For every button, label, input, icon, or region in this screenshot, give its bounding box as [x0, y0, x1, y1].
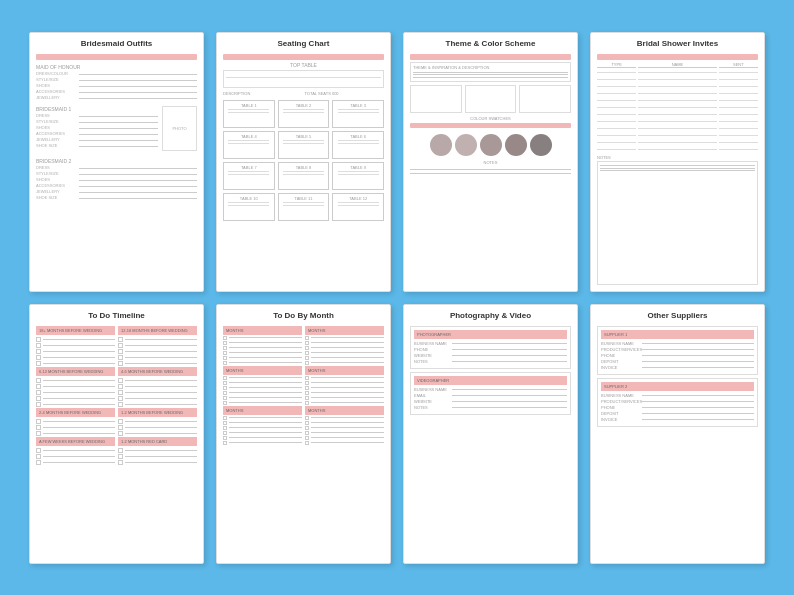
supplier-1-header: SUPPLIER 1	[601, 330, 754, 339]
check-row	[118, 431, 197, 436]
timeline-section-6: 1-2 MONTHS BEFORE WEDDING	[118, 408, 197, 417]
check-row	[118, 402, 197, 407]
check-row	[118, 384, 197, 389]
check-row	[36, 454, 115, 459]
month-header-6: MONTHS	[305, 406, 384, 415]
photo-website-row: WEBSITE	[414, 353, 567, 358]
check-row	[36, 431, 115, 436]
check-row	[36, 349, 115, 354]
seating-table-grid: TABLE 1 TABLE 2 TABLE 3 TABLE 4 TABLE 5 …	[223, 100, 384, 221]
photographer-group: PHOTOGRAPHER BUSINESS NAME PHONE WEBSITE…	[410, 326, 571, 369]
check-row	[36, 396, 115, 401]
check-row	[118, 448, 197, 453]
photo-box: PHOTO	[162, 106, 197, 151]
videographer-header: VIDEOGRAPHER	[414, 376, 567, 385]
check-row	[118, 337, 197, 342]
section-label-moh: MAID OF HONOUR	[36, 64, 197, 70]
todo-month-title: To Do By Month	[223, 311, 384, 322]
video-business-row: BUSINESS NAME	[414, 387, 567, 392]
check-row	[118, 343, 197, 348]
check-row	[118, 349, 197, 354]
palette-label: COLOUR SWATCHES	[410, 116, 571, 121]
videographer-group: VIDEOGRAPHER BUSINESS NAME EMAIL WEBSITE…	[410, 372, 571, 415]
check-row	[118, 425, 197, 430]
theme-img-1	[410, 85, 462, 113]
seating-pink-bar	[223, 54, 384, 60]
check-row	[36, 378, 115, 383]
todo-timeline-grid: 18+ MONTHS BEFORE WEDDING 6-12 MONTHS BE…	[36, 326, 197, 466]
seating-desc-cols: DESCRIPTIONTOTAL SEATS 000	[223, 91, 384, 96]
photo-business-row: BUSINESS NAME	[414, 341, 567, 346]
photographer-header: PHOTOGRAPHER	[414, 330, 567, 339]
check-row	[118, 355, 197, 360]
table-2: TABLE 2	[278, 100, 330, 128]
timeline-col-right: 12-18 MONTHS BEFORE WEDDING 4-6 MONTHS B…	[118, 326, 197, 466]
color-swatch-1	[430, 134, 452, 156]
todo-timeline-card: To Do Timeline 18+ MONTHS BEFORE WEDDING…	[29, 304, 204, 564]
check-row	[118, 454, 197, 459]
todo-month-card: To Do By Month MONTHS MONTHS MONTHS	[216, 304, 391, 564]
color-swatch-3	[480, 134, 502, 156]
table-8: TABLE 8	[278, 162, 330, 190]
supplier-2-group: SUPPLIER 2 BUSINESS NAME PRODUCT/SERVICE…	[597, 378, 758, 427]
suppliers-title: Other Suppliers	[597, 311, 758, 322]
timeline-section-4: 4-6 MONTHS BEFORE WEDDING	[118, 367, 197, 376]
table-3: TABLE 3	[332, 100, 384, 128]
check-row	[36, 390, 115, 395]
timeline-section-3: 6-12 MONTHS BEFORE WEDDING	[36, 367, 115, 376]
todo-timeline-title: To Do Timeline	[36, 311, 197, 322]
month-header-2: MONTHS	[223, 366, 302, 375]
seating-chart-card: Seating Chart TOP TABLE DESCRIPTIONTOTAL…	[216, 32, 391, 292]
video-notes-row: NOTES	[414, 405, 567, 410]
seating-title: Seating Chart	[223, 39, 384, 50]
bridal-shower-card: Bridal Shower Invites TYPE NAME SENT for…	[590, 32, 765, 292]
photography-card: Photography & Video PHOTOGRAPHER BUSINES…	[403, 304, 578, 564]
check-row	[118, 390, 197, 395]
check-row	[36, 402, 115, 407]
bridesmaid-section-1: MAID OF HONOUR DRESS/COLOUR STYLE/SIZE S…	[36, 62, 197, 101]
table-12: TABLE 12	[332, 193, 384, 221]
color-swatch-2	[455, 134, 477, 156]
color-swatch-5	[530, 134, 552, 156]
theme-title: Theme & Color Scheme	[410, 39, 571, 50]
table-5: TABLE 5	[278, 131, 330, 159]
supplier-2-header: SUPPLIER 2	[601, 382, 754, 391]
bridesmaid-outfits-card: Bridesmaid Outfits MAID OF HONOUR DRESS/…	[29, 32, 204, 292]
month-header-4: MONTHS	[305, 326, 384, 335]
timeline-section-2: 12-18 MONTHS BEFORE WEDDING	[118, 326, 197, 335]
timeline-col-left: 18+ MONTHS BEFORE WEDDING 6-12 MONTHS BE…	[36, 326, 115, 466]
theme-pink-bar	[410, 54, 571, 60]
photography-title: Photography & Video	[410, 311, 571, 322]
bridesmaid-section-3: BRIDESMAID 2 DRESS STYLE/SIZE SHOES ACCE…	[36, 156, 197, 201]
top-table-label: TOP TABLE	[223, 62, 384, 68]
table-10: TABLE 10	[223, 193, 275, 221]
timeline-section-7: A FEW WEEKS BEFORE WEDDING	[36, 437, 115, 446]
check-row	[118, 419, 197, 424]
top-table-box	[223, 70, 384, 88]
check-row	[36, 448, 115, 453]
video-website-row: WEBSITE	[414, 399, 567, 404]
check-row	[36, 337, 115, 342]
bridal-rows: for(let i=0;i<12;i++){document.write('<d…	[597, 70, 758, 152]
todo-month-cols: MONTHS MONTHS MONTHS	[223, 326, 384, 446]
timeline-section-1: 18+ MONTHS BEFORE WEDDING	[36, 326, 115, 335]
other-suppliers-card: Other Suppliers SUPPLIER 1 BUSINESS NAME…	[590, 304, 765, 564]
bridal-title: Bridal Shower Invites	[597, 39, 758, 50]
table-6: TABLE 6	[332, 131, 384, 159]
theme-description-label: THEME & INSPIRATION & DESCRIPTION	[413, 65, 568, 70]
table-9: TABLE 9	[332, 162, 384, 190]
check-row	[36, 425, 115, 430]
theme-img-3	[519, 85, 571, 113]
theme-color-card: Theme & Color Scheme THEME & INSPIRATION…	[403, 32, 578, 292]
theme-image-grid	[410, 85, 571, 113]
check-row	[36, 361, 115, 366]
check-row	[118, 396, 197, 401]
theme-img-2	[465, 85, 517, 113]
bridesmaid-title: Bridesmaid Outfits	[36, 39, 197, 50]
notes-label: NOTES	[410, 160, 571, 165]
video-email-row: EMAIL	[414, 393, 567, 398]
bridal-pink-bar	[597, 54, 758, 60]
main-grid: Bridesmaid Outfits MAID OF HONOUR DRESS/…	[11, 14, 783, 582]
palette-row	[410, 134, 571, 156]
check-row	[118, 361, 197, 366]
